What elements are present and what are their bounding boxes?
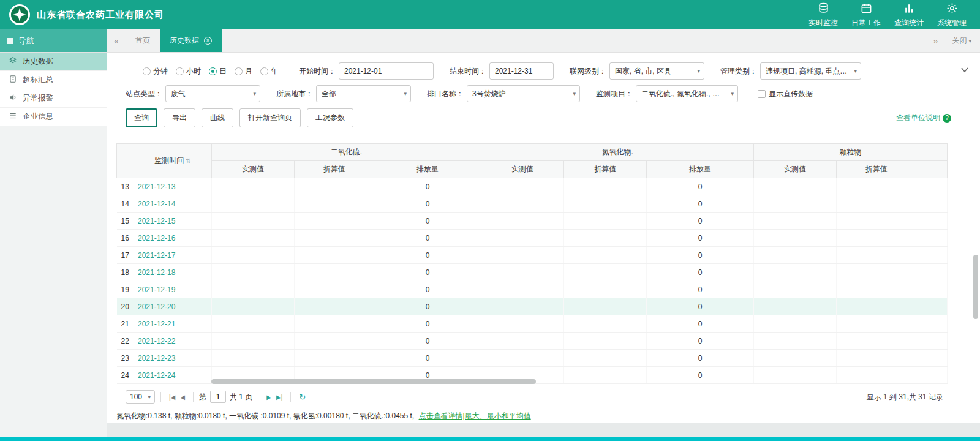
working-params-button[interactable]: 工况参数 bbox=[307, 108, 353, 127]
nav-daily-work[interactable]: 日常工作 bbox=[846, 1, 886, 28]
horizontal-scrollbar-thumb[interactable] bbox=[211, 379, 536, 384]
tabs-scroll-right-icon[interactable]: » bbox=[926, 36, 944, 46]
date-link[interactable]: 2021-12-24 bbox=[138, 371, 175, 380]
next-page-icon[interactable]: ▶ bbox=[264, 394, 274, 401]
table-row[interactable]: 20 2021-12-20 0 0 bbox=[117, 298, 948, 315]
date-link[interactable]: 2021-12-15 bbox=[138, 217, 175, 225]
date-cell[interactable]: 2021-12-13 bbox=[134, 178, 212, 195]
table-row[interactable]: 15 2021-12-15 0 0 bbox=[117, 213, 948, 230]
unit-description-link[interactable]: 查看单位说明 ? bbox=[896, 113, 951, 123]
curve-button[interactable]: 曲线 bbox=[202, 108, 233, 127]
collapse-filters-chevron-icon[interactable] bbox=[960, 66, 969, 75]
radio-hour[interactable]: 小时 bbox=[176, 66, 201, 77]
date-cell[interactable]: 2021-12-21 bbox=[134, 315, 212, 333]
page-size-select[interactable]: 100 ▾ bbox=[126, 390, 155, 404]
value-cell bbox=[916, 213, 948, 230]
date-cell[interactable]: 2021-12-14 bbox=[134, 195, 212, 213]
table-row[interactable]: 18 2021-12-18 0 0 bbox=[117, 264, 948, 281]
nav-query-stats[interactable]: 查询统计 bbox=[889, 1, 929, 28]
table-row[interactable]: 16 2021-12-16 0 0 bbox=[117, 230, 948, 247]
start-time-input[interactable] bbox=[339, 62, 434, 80]
page-label-suffix: 共 1 页 bbox=[230, 392, 252, 402]
sidebar-item-abnormal-alarm[interactable]: 异常报警 bbox=[0, 89, 107, 108]
table-row[interactable]: 13 2021-12-13 0 0 bbox=[117, 178, 948, 195]
current-page-input[interactable] bbox=[210, 391, 226, 403]
date-link[interactable]: 2021-12-22 bbox=[138, 337, 175, 345]
last-page-icon[interactable]: ▶| bbox=[274, 394, 285, 401]
sidebar-item-company-info[interactable]: 企业信息 bbox=[0, 108, 107, 126]
tabbar-right: » 关闭 ▾ bbox=[926, 29, 980, 52]
sidebar-item-history-data[interactable]: 历史数据 bbox=[0, 53, 107, 71]
table-row[interactable]: 17 2021-12-17 0 0 bbox=[117, 247, 948, 264]
outlet-field: 排口名称： 3号焚烧炉 ▾ bbox=[427, 85, 580, 102]
direct-data-checkbox[interactable]: 显示直传数据 bbox=[758, 89, 813, 99]
view-details-link[interactable]: 点击查看详情|最大、最小和平均值 bbox=[419, 412, 531, 420]
value-cell bbox=[212, 195, 295, 213]
radio-day[interactable]: 日 bbox=[209, 66, 227, 77]
sort-icon[interactable]: ⇅ bbox=[186, 157, 190, 164]
date-cell[interactable]: 2021-12-15 bbox=[134, 213, 212, 230]
date-link[interactable]: 2021-12-17 bbox=[138, 251, 175, 260]
date-link[interactable]: 2021-12-19 bbox=[138, 285, 175, 294]
value-cell bbox=[754, 281, 837, 298]
horizontal-scrollbar[interactable] bbox=[116, 379, 947, 384]
value-cell bbox=[916, 281, 948, 298]
date-link[interactable]: 2021-12-14 bbox=[138, 200, 175, 208]
time-column-header[interactable]: 监测时间⇅ bbox=[134, 144, 212, 178]
network-level-select[interactable]: 国家, 省, 市, 区县 ▾ bbox=[609, 62, 704, 80]
table-row[interactable]: 21 2021-12-21 0 0 bbox=[117, 315, 948, 333]
chevron-down-icon: ▾ bbox=[404, 91, 407, 97]
radio-month[interactable]: 月 bbox=[235, 66, 252, 77]
date-link[interactable]: 2021-12-16 bbox=[138, 234, 175, 243]
table-row[interactable]: 14 2021-12-14 0 0 bbox=[117, 195, 948, 213]
history-data-panel: 分钟 小时 日 月 年 开始时间： 结束时间： 联网级别： 国 bbox=[107, 53, 980, 423]
data-table: 监测时间⇅ 二氧化硫. 氮氧化物. 颗粒物 实测值 折算值 排放量 实测值 折算… bbox=[116, 143, 947, 384]
date-cell[interactable]: 2021-12-17 bbox=[134, 247, 212, 264]
city-select[interactable]: 全部 ▾ bbox=[316, 85, 411, 102]
date-link[interactable]: 2021-12-13 bbox=[138, 183, 175, 191]
close-tabs-dropdown[interactable]: 关闭 ▾ bbox=[952, 36, 971, 46]
date-link[interactable]: 2021-12-21 bbox=[138, 320, 175, 328]
nav-realtime-monitor[interactable]: 实时监控 bbox=[804, 1, 843, 28]
export-button[interactable]: 导出 bbox=[164, 108, 195, 127]
first-page-icon[interactable]: |◀ bbox=[167, 394, 178, 401]
tabs-scroll-left-icon[interactable]: « bbox=[107, 29, 126, 52]
query-stats-icon bbox=[903, 2, 915, 16]
value-cell bbox=[212, 298, 295, 315]
tab-home[interactable]: 首页 bbox=[126, 29, 160, 52]
monitor-item-select[interactable]: 二氧化硫., 氮氧化物., 颗粒 ▾ bbox=[636, 85, 738, 102]
date-cell[interactable]: 2021-12-23 bbox=[134, 350, 212, 367]
outlet-select[interactable]: 3号焚烧炉 ▾ bbox=[467, 85, 580, 102]
prev-page-icon[interactable]: ◀ bbox=[178, 394, 187, 401]
table-row[interactable]: 23 2021-12-23 0 0 bbox=[117, 350, 948, 367]
table-row[interactable]: 19 2021-12-19 0 0 bbox=[117, 281, 948, 298]
city-field: 所属地市： 全部 ▾ bbox=[276, 85, 411, 102]
date-cell[interactable]: 2021-12-22 bbox=[134, 333, 212, 350]
refresh-icon[interactable]: ↻ bbox=[296, 393, 308, 402]
date-cell[interactable]: 2021-12-20 bbox=[134, 298, 212, 315]
date-cell[interactable]: 2021-12-16 bbox=[134, 230, 212, 247]
end-time-input[interactable] bbox=[489, 62, 554, 80]
tab-close-icon[interactable]: × bbox=[204, 37, 212, 45]
query-button[interactable]: 查询 bbox=[126, 108, 157, 127]
table-row[interactable]: 22 2021-12-22 0 0 bbox=[117, 333, 948, 350]
manage-type-select[interactable]: 违规项目, 高耗源, 重点排污 ▾ bbox=[760, 62, 861, 80]
date-cell[interactable]: 2021-12-18 bbox=[134, 264, 212, 281]
sidebar-item-exceed-summary[interactable]: 超标汇总 bbox=[0, 71, 107, 89]
value-cell bbox=[295, 298, 374, 315]
radio-minute[interactable]: 分钟 bbox=[143, 66, 168, 77]
radio-year[interactable]: 年 bbox=[260, 66, 278, 77]
city-label: 所属地市： bbox=[276, 89, 313, 99]
tab-history-data[interactable]: 历史数据 × bbox=[160, 29, 222, 52]
date-cell[interactable]: 2021-12-19 bbox=[134, 281, 212, 298]
date-link[interactable]: 2021-12-18 bbox=[138, 268, 175, 277]
value-cell bbox=[837, 247, 916, 264]
value-cell bbox=[754, 230, 837, 247]
toolbar: 查询 导出 曲线 打开新查询页 工况参数 查看单位说明 ? bbox=[116, 108, 971, 127]
open-new-query-button[interactable]: 打开新查询页 bbox=[239, 108, 301, 127]
date-link[interactable]: 2021-12-23 bbox=[138, 354, 175, 363]
station-type-select[interactable]: 废气 ▾ bbox=[165, 85, 260, 102]
nav-system-manage[interactable]: 系统管理 bbox=[932, 1, 971, 28]
date-link[interactable]: 2021-12-20 bbox=[138, 303, 175, 311]
vertical-scrollbar-thumb[interactable] bbox=[973, 255, 978, 319]
